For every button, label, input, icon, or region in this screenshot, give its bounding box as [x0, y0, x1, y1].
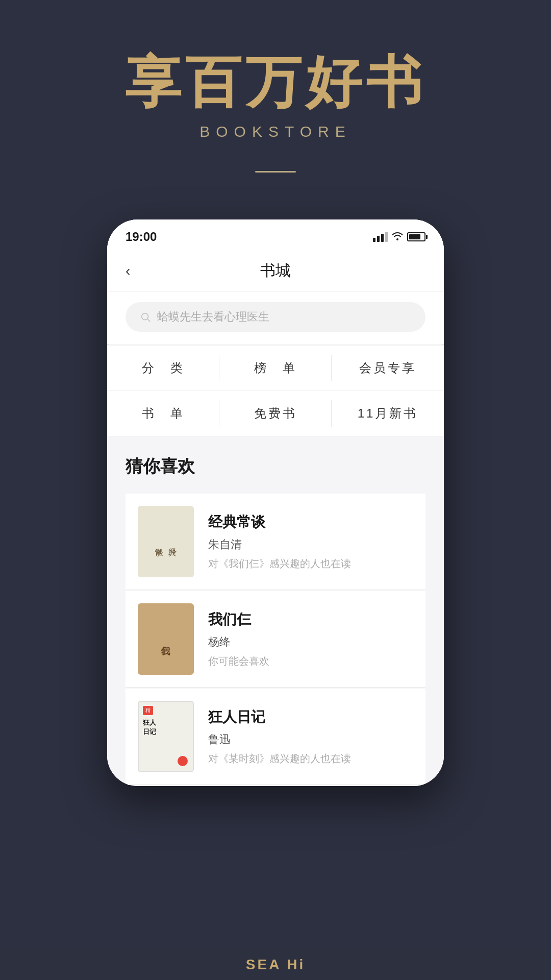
book-cover-2: 我们仨 — [138, 603, 194, 675]
status-icons — [373, 231, 425, 243]
category-item-booklist[interactable]: 书 单 — [107, 391, 219, 436]
search-placeholder: 蛤蟆先生去看心理医生 — [157, 309, 269, 325]
status-bar: 19:00 — [107, 219, 444, 250]
book-info-1: 经典常谈 朱自清 对《我们仨》感兴趣的人也在读 — [208, 512, 413, 571]
wifi-icon — [392, 231, 403, 243]
category-item-vip[interactable]: 会员专享 — [332, 346, 444, 391]
nav-title: 书城 — [260, 260, 291, 281]
app-header: 享百万好书 BOOKSTORE — [0, 0, 551, 173]
book-cover-1: 经典常谈 — [138, 506, 194, 577]
section-title: 猜你喜欢 — [126, 455, 425, 478]
book-title-3: 狂人日记 — [208, 707, 413, 727]
book-author-1: 朱自清 — [208, 537, 413, 552]
recommendations-section: 猜你喜欢 经典常谈 经典常谈 朱自清 对《我们仨》感兴趣的人也在读 — [107, 436, 444, 786]
phone-mockup: 19:00 ‹ 书城 — [107, 219, 444, 786]
bottom-bar: SEA Hi — [0, 949, 551, 980]
svg-line-1 — [147, 319, 150, 322]
signal-icon — [373, 232, 388, 242]
battery-icon — [407, 232, 425, 241]
main-title: 享百万好书 — [125, 51, 426, 113]
search-section: 蛤蟆先生去看心理医生 — [107, 292, 444, 344]
status-time: 19:00 — [126, 230, 157, 244]
category-item-classify[interactable]: 分 类 — [107, 346, 219, 391]
book-desc-2: 你可能会喜欢 — [208, 654, 413, 668]
divider — [255, 171, 296, 173]
back-button[interactable]: ‹ — [126, 263, 130, 279]
sub-title: BOOKSTORE — [199, 123, 352, 140]
book-cover-3: 精 狂人日记 — [138, 701, 194, 772]
book-title-1: 经典常谈 — [208, 512, 413, 532]
book-item-3[interactable]: 精 狂人日记 狂人日记 鲁迅 对《某时刻》感兴趣的人也在读 — [126, 689, 425, 785]
category-item-ranking[interactable]: 榜 单 — [219, 346, 332, 391]
category-item-newbooks[interactable]: 11月新书 — [332, 391, 444, 436]
book-list: 经典常谈 经典常谈 朱自清 对《我们仨》感兴趣的人也在读 我们仨 我们仨 — [126, 494, 425, 786]
book-desc-3: 对《某时刻》感兴趣的人也在读 — [208, 751, 413, 766]
book-title-2: 我们仨 — [208, 610, 413, 629]
search-icon — [140, 311, 151, 323]
book-info-3: 狂人日记 鲁迅 对《某时刻》感兴趣的人也在读 — [208, 707, 413, 766]
category-item-free[interactable]: 免费书 — [219, 391, 332, 436]
sea-hi-label: SEA Hi — [246, 957, 305, 973]
book-item-1[interactable]: 经典常谈 经典常谈 朱自清 对《我们仨》感兴趣的人也在读 — [126, 494, 425, 590]
book-item-2[interactable]: 我们仨 我们仨 杨绛 你可能会喜欢 — [126, 591, 425, 688]
book-author-3: 鲁迅 — [208, 732, 413, 747]
book-author-2: 杨绛 — [208, 634, 413, 650]
category-grid: 分 类 榜 单 会员专享 书 单 免费书 11月新书 — [107, 345, 444, 436]
nav-bar: ‹ 书城 — [107, 250, 444, 292]
book-desc-1: 对《我们仨》感兴趣的人也在读 — [208, 556, 413, 571]
search-bar[interactable]: 蛤蟆先生去看心理医生 — [126, 302, 425, 332]
svg-point-0 — [142, 313, 148, 320]
book-info-2: 我们仨 杨绛 你可能会喜欢 — [208, 610, 413, 668]
